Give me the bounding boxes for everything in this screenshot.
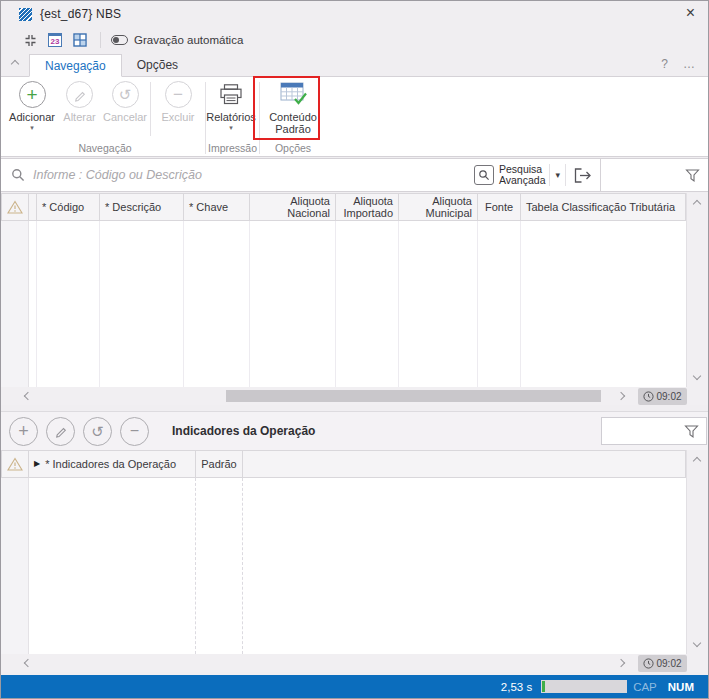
tab-navegacao[interactable]: Navegação bbox=[29, 54, 122, 77]
close-button[interactable]: × bbox=[686, 4, 695, 22]
clock-icon bbox=[643, 391, 654, 402]
grid-column-spacer bbox=[100, 221, 184, 387]
relatorios-button[interactable]: Relatórios ▾ bbox=[208, 77, 254, 141]
grid-column-spacer bbox=[29, 478, 196, 654]
grid-column-spacer bbox=[243, 478, 686, 654]
column-header-descricao[interactable]: * Descrição bbox=[100, 193, 184, 221]
group-label-impressao: Impressão bbox=[208, 141, 257, 156]
remove-circle-icon: − bbox=[165, 81, 192, 108]
load-time-badge: 09:02 bbox=[638, 388, 687, 405]
scroll-left-arrow[interactable] bbox=[24, 659, 32, 667]
detail-toolbar: + ↺ − Indicadores da Operação bbox=[1, 412, 709, 450]
column-header-empty bbox=[243, 450, 686, 478]
help-button[interactable]: ? bbox=[661, 57, 668, 71]
search-bar: PesquisaAvançada ▾ bbox=[1, 158, 708, 192]
filter-funnel-icon bbox=[684, 424, 699, 439]
load-time-badge: 09:02 bbox=[638, 655, 687, 672]
detail-grid-header: ▶ * Indicadores da Operação Padrão bbox=[1, 450, 686, 478]
column-header-aliquota-nacional[interactable]: Aliquota Nacional bbox=[250, 193, 336, 221]
collapse-ribbon-button[interactable] bbox=[1, 52, 29, 76]
vertical-scrollbar bbox=[686, 450, 708, 654]
ribbon-group-separator bbox=[259, 82, 260, 154]
calculator-button[interactable] bbox=[73, 33, 87, 47]
conteudo-padrao-button[interactable]: ConteúdoPadrão bbox=[262, 77, 324, 141]
column-header-padrao[interactable]: Padrão bbox=[196, 450, 243, 478]
column-header-tabela[interactable]: Tabela Classificação Tributária bbox=[521, 193, 686, 221]
vertical-scrollbar bbox=[686, 193, 708, 387]
undo-button[interactable]: ↺ bbox=[83, 417, 112, 446]
scroll-left-arrow[interactable] bbox=[24, 392, 32, 400]
horizontal-scrollbar: 09:02 bbox=[1, 654, 709, 672]
edit-button[interactable] bbox=[46, 417, 75, 446]
export-icon bbox=[574, 168, 592, 183]
detail-filter-input[interactable] bbox=[601, 417, 707, 445]
scroll-down-arrow[interactable] bbox=[693, 372, 701, 380]
grid-column-spacer bbox=[336, 221, 399, 387]
chevron-up-icon bbox=[11, 60, 19, 68]
caps-lock-indicator: CAP bbox=[633, 681, 657, 693]
autosave-label: Gravação automática bbox=[134, 34, 243, 46]
grid-column-spacer bbox=[29, 221, 37, 387]
alterar-button[interactable]: Alterar bbox=[57, 77, 102, 141]
scroll-up-arrow[interactable] bbox=[693, 200, 701, 208]
row-indicator-column-header bbox=[29, 193, 37, 221]
excluir-button[interactable]: − Excluir bbox=[153, 77, 203, 141]
warning-column-header bbox=[1, 450, 29, 478]
undo-icon: ↺ bbox=[112, 81, 139, 108]
scroll-right-arrow[interactable] bbox=[617, 392, 625, 400]
detail-panel: + ↺ − Indicadores da Operação bbox=[1, 411, 709, 671]
printer-icon bbox=[220, 81, 242, 108]
dropdown-arrow-icon: ▾ bbox=[30, 124, 34, 131]
horizontal-scrollbar: 09:02 bbox=[1, 387, 709, 405]
filter-funnel-icon bbox=[685, 168, 700, 183]
group-label-navegacao: Navegação bbox=[7, 141, 203, 156]
column-header-aliquota-importado[interactable]: Aliquota Importado bbox=[336, 193, 399, 221]
dropdown-arrow-icon: ▾ bbox=[229, 124, 233, 131]
collapse-window-button[interactable] bbox=[24, 34, 37, 47]
autosave-toggle[interactable]: Gravação automática bbox=[111, 34, 243, 46]
grid-column-spacer bbox=[196, 478, 243, 654]
advanced-search-button[interactable]: PesquisaAvançada bbox=[470, 159, 550, 191]
main-grid-header: * Código * Descrição * Chave Aliquota Na… bbox=[1, 193, 686, 221]
app-logo-icon bbox=[19, 8, 32, 21]
detail-grid-body bbox=[1, 478, 686, 654]
progress-bar bbox=[541, 680, 627, 693]
adicionar-button[interactable]: + Adicionar ▾ bbox=[7, 77, 57, 141]
remove-button[interactable]: − bbox=[120, 417, 149, 446]
column-header-aliquota-municipal[interactable]: Aliquota Municipal bbox=[399, 193, 478, 221]
calendar-button[interactable]: 23 bbox=[48, 33, 62, 47]
calendar-icon: 23 bbox=[48, 33, 62, 47]
column-header-indicadores[interactable]: ▶ * Indicadores da Operação bbox=[29, 450, 196, 478]
collapse-arrows-icon bbox=[24, 34, 37, 47]
app-window: {est_d67} NBS × 23 bbox=[0, 0, 709, 699]
detail-panel-title: Indicadores da Operação bbox=[172, 424, 315, 438]
advanced-search-dropdown[interactable]: ▾ bbox=[550, 170, 565, 180]
grid-filter-input[interactable] bbox=[600, 159, 708, 191]
grid-column-spacer bbox=[399, 221, 478, 387]
group-label-opcoes: Opções bbox=[262, 141, 324, 156]
cancelar-button[interactable]: ↺ Cancelar bbox=[102, 77, 148, 141]
grid-column-spacer bbox=[1, 478, 29, 654]
num-lock-indicator: NUM bbox=[668, 681, 694, 693]
advanced-search-icon bbox=[474, 165, 494, 185]
search-input[interactable] bbox=[33, 159, 470, 191]
main-grid-body bbox=[1, 221, 686, 387]
column-header-chave[interactable]: * Chave bbox=[184, 193, 250, 221]
scroll-down-arrow[interactable] bbox=[693, 639, 701, 647]
table-check-icon bbox=[280, 81, 307, 108]
grid-column-spacer bbox=[184, 221, 250, 387]
scrollbar-thumb[interactable] bbox=[226, 390, 601, 402]
warning-icon bbox=[7, 200, 23, 214]
scroll-up-arrow[interactable] bbox=[693, 457, 701, 465]
ribbon-group-navegacao: + Adicionar ▾ Alterar ↺ Cancelar − bbox=[7, 77, 203, 156]
tab-opcoes[interactable]: Opções bbox=[122, 54, 193, 77]
column-header-fonte[interactable]: Fonte bbox=[478, 193, 521, 221]
more-options-button[interactable]: … bbox=[683, 57, 696, 71]
scroll-right-arrow[interactable] bbox=[617, 659, 625, 667]
add-button[interactable]: + bbox=[9, 417, 38, 446]
warning-column-header bbox=[1, 193, 29, 221]
ribbon-group-impressao: Relatórios ▾ Impressão bbox=[208, 77, 257, 156]
column-header-codigo[interactable]: * Código bbox=[37, 193, 100, 221]
export-button[interactable] bbox=[566, 168, 600, 183]
grid-column-spacer bbox=[37, 221, 100, 387]
